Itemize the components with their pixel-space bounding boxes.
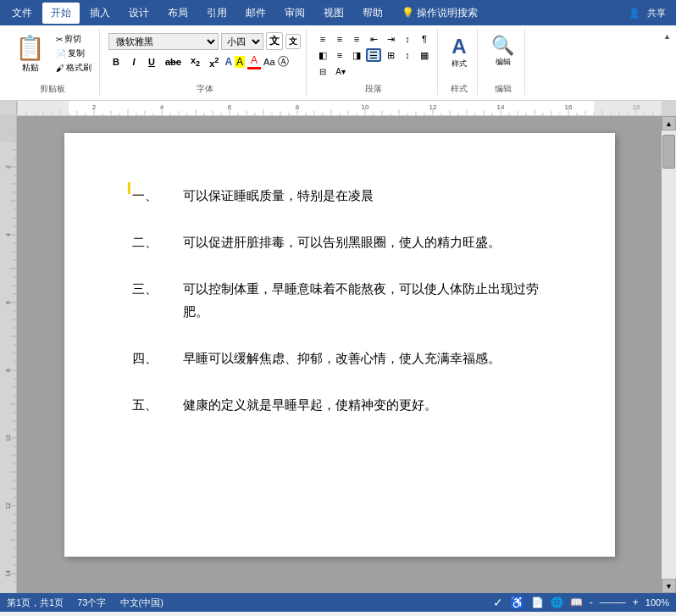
increase-indent-button[interactable]: ⇥	[383, 32, 398, 46]
document-area[interactable]: I 一、 可以保证睡眠质量，特别是在凌晨 二、 可以促进肝脏排毒，可以告别黑眼圈…	[17, 116, 662, 593]
font-size-up-button[interactable]: Aa	[263, 57, 274, 67]
page-info: 第1页，共1页	[7, 597, 64, 609]
clipboard-label: 剪贴板	[40, 83, 65, 95]
styles-button[interactable]: A 样式	[446, 32, 472, 72]
spellcheck-icon[interactable]: ✓	[493, 596, 503, 609]
item-number-1: 一、	[132, 184, 183, 207]
list-item: 四、 早睡可以缓解焦虑、抑郁，改善心情，使人充满幸福感。	[132, 347, 547, 369]
menu-layout[interactable]: 布局	[159, 3, 197, 24]
vertical-ruler: 2 4 6 8 10 12 14	[0, 116, 17, 593]
font-group: 微软雅黑 小四 文 文 B I U abc x2 x2 A	[103, 29, 307, 95]
ruler-area: 2 4 6 8 10 12 14 16 18	[0, 101, 676, 116]
text-highlight-button[interactable]: A▾	[333, 64, 348, 78]
paint-icon: 🖌	[56, 64, 64, 73]
menu-file[interactable]: 文件	[3, 3, 41, 24]
svg-text:10: 10	[362, 103, 369, 111]
ribbon: 📋 粘贴 ✂ 剪切 📄 复制 🖌	[0, 25, 676, 101]
strikethrough-button[interactable]: abc	[162, 56, 185, 68]
menu-help[interactable]: 帮助	[354, 3, 391, 24]
text-effect-button[interactable]: A	[224, 56, 232, 68]
user-button[interactable]: 👤	[629, 8, 640, 19]
scroll-thumb[interactable]	[662, 135, 675, 169]
paste-icon: 📋	[15, 34, 45, 62]
svg-text:2: 2	[5, 165, 11, 169]
share-button[interactable]: 共享	[647, 7, 666, 19]
zoom-in-button[interactable]: +	[633, 597, 639, 608]
font-name-select[interactable]: 微软雅黑	[108, 33, 219, 50]
bold-button[interactable]: B	[108, 56, 124, 68]
increase-font-button[interactable]: 文	[266, 32, 283, 50]
underline-button[interactable]: U	[144, 56, 159, 68]
svg-text:4: 4	[5, 233, 11, 236]
clear-format-button[interactable]: Ⓐ	[278, 54, 289, 69]
cut-button[interactable]: ✂ 剪切	[53, 32, 94, 46]
line-spacing-button[interactable]: ↕	[400, 48, 415, 62]
menu-design[interactable]: 设计	[120, 3, 158, 24]
decrease-indent-button[interactable]: ⇤	[366, 32, 381, 46]
document-content: 一、 可以保证睡眠质量，特别是在凌晨 二、 可以促进肝脏排毒，可以告别黑眼圈，使…	[132, 184, 547, 416]
svg-text:2: 2	[92, 103, 97, 111]
zoom-slider[interactable]: ────	[600, 597, 626, 608]
styles-label: 样式	[451, 83, 468, 95]
bullet-list-button[interactable]: ≡	[315, 32, 330, 46]
sort-button[interactable]: ↕	[400, 32, 415, 46]
paste-button[interactable]: 📋 粘贴	[10, 32, 50, 75]
editing-button[interactable]: 🔍 编辑	[486, 32, 519, 70]
scroll-up-button[interactable]: ▲	[662, 116, 676, 130]
clipboard-group: 📋 粘贴 ✂ 剪切 📄 复制 🖌	[5, 29, 100, 95]
zoom-out-button[interactable]: -	[590, 597, 593, 608]
svg-text:6: 6	[228, 103, 232, 111]
editing-group: 🔍 编辑 编辑	[481, 29, 525, 95]
font-color-button[interactable]: A	[247, 54, 261, 69]
column-button[interactable]: ⊞	[383, 48, 398, 62]
list-item: 三、 可以控制体重，早睡意味着不能熬夜，可以使人体防止出现过劳肥。	[132, 277, 547, 323]
menu-start[interactable]: 开始	[42, 3, 80, 24]
item-content-4: 早睡可以缓解焦虑、抑郁，改善心情，使人充满幸福感。	[183, 347, 547, 369]
view-print-button[interactable]: 📄	[531, 597, 544, 608]
scroll-down-button[interactable]: ▼	[662, 579, 676, 593]
svg-text:8: 8	[296, 103, 300, 111]
align-right-button[interactable]: ◨	[349, 48, 364, 62]
highlight-button[interactable]: A	[235, 56, 245, 68]
show-marks-button[interactable]: ¶	[417, 32, 432, 46]
number-list-button[interactable]: ≡	[332, 32, 347, 46]
scissors-icon: ✂	[56, 35, 63, 44]
vertical-scrollbar[interactable]: ▲ ▼	[662, 116, 676, 593]
scroll-track[interactable]	[662, 130, 676, 579]
italic-button[interactable]: I	[126, 56, 141, 68]
svg-text:10: 10	[5, 435, 11, 441]
menu-review[interactable]: 审阅	[276, 3, 313, 24]
view-web-button[interactable]: 🌐	[551, 597, 563, 608]
view-read-button[interactable]: 📖	[570, 597, 583, 608]
menu-reference[interactable]: 引用	[198, 3, 235, 24]
svg-rect-86	[18, 101, 69, 115]
menu-search[interactable]: 💡 操作说明搜索	[393, 3, 486, 24]
superscript-button[interactable]: x2	[206, 55, 222, 69]
svg-rect-88	[0, 116, 17, 593]
document-page[interactable]: I 一、 可以保证睡眠质量，特别是在凌晨 二、 可以促进肝脏排毒，可以告别黑眼圈…	[64, 133, 615, 557]
shading-button[interactable]: ▦	[417, 48, 432, 62]
status-bar: 第1页，共1页 73个字 中文(中国) ✓ ♿ 📄 🌐 📖 - ──── + 1…	[0, 593, 676, 612]
svg-text:12: 12	[5, 502, 11, 509]
lightbulb-icon: 💡	[402, 7, 414, 19]
menu-insert[interactable]: 插入	[81, 3, 119, 24]
ribbon-collapse-button[interactable]: ▲	[663, 32, 671, 41]
border-button[interactable]: ⊟	[315, 64, 330, 78]
decrease-font-button[interactable]: 文	[285, 34, 301, 49]
menu-mail[interactable]: 邮件	[237, 3, 274, 24]
styles-icon: A	[452, 35, 466, 58]
menu-view[interactable]: 视图	[315, 3, 352, 24]
list-item: 一、 可以保证睡眠质量，特别是在凌晨	[132, 184, 547, 207]
item-number-3: 三、	[132, 277, 183, 323]
accessibility-icon[interactable]: ♿	[510, 596, 524, 609]
align-center-button[interactable]: ≡	[332, 48, 347, 62]
outline-list-button[interactable]: ≡	[349, 32, 364, 46]
align-justify-button[interactable]: ☰	[366, 48, 381, 62]
svg-text:4: 4	[160, 103, 164, 111]
align-left-button[interactable]: ◧	[315, 48, 330, 62]
format-paint-button[interactable]: 🖌 格式刷	[53, 61, 94, 75]
copy-button[interactable]: 📄 复制	[53, 47, 94, 60]
subscript-button[interactable]: x2	[187, 54, 203, 69]
font-size-select[interactable]: 小四	[221, 33, 263, 50]
svg-text:14: 14	[5, 570, 11, 577]
